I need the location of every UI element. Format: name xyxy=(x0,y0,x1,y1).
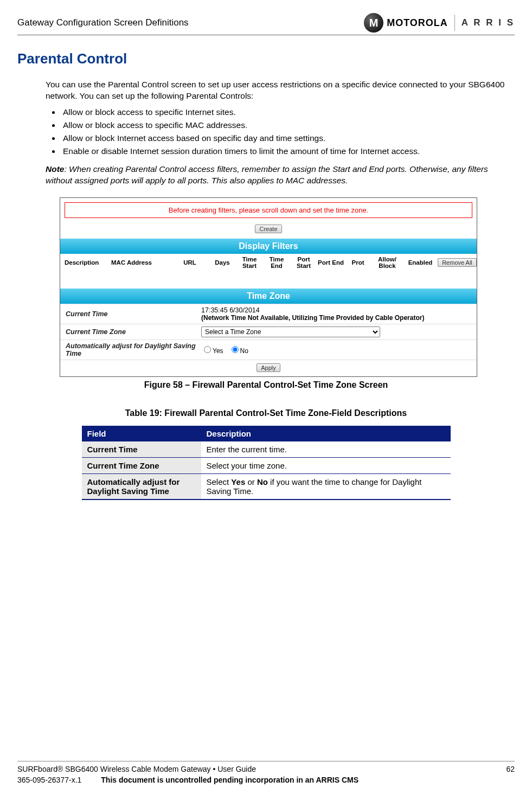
col-enabled: Enabled xyxy=(403,259,438,266)
logo-divider xyxy=(454,15,455,31)
figure-caption: Figure 58 – Firewall Parental Control-Se… xyxy=(17,380,515,390)
intro-paragraph: You can use the Parental Control screen … xyxy=(46,79,515,102)
section-title: Parental Control xyxy=(17,50,515,67)
table-row: Current Time Enter the current time. xyxy=(82,441,451,458)
col-prot: Prot xyxy=(344,259,371,266)
note-lead: Note xyxy=(46,164,64,174)
bullet-item: Enable or disable Internet session durat… xyxy=(61,146,515,156)
feature-bullets: Allow or block access to specific Intern… xyxy=(46,107,515,156)
dst-no-option[interactable]: No xyxy=(229,347,248,355)
brand-logos: M MOTOROLA A R R I S xyxy=(364,13,515,33)
embedded-screenshot: Before creating filters, please scroll d… xyxy=(60,197,477,377)
chapter-title: Gateway Configuration Screen Definitions xyxy=(17,17,189,28)
field-cell: Current Time xyxy=(82,441,201,458)
network-time-note: (Network Time Not Available, Utilizing T… xyxy=(201,314,424,322)
note-paragraph: Note: When creating Parental Control acc… xyxy=(46,164,515,187)
bullet-item: Allow or block Internet access based on … xyxy=(61,133,515,143)
time-zone-form: Current Time 17:35:45 6/30/2014 (Network… xyxy=(60,304,477,376)
note-body: : When creating Parental Control access … xyxy=(46,164,488,185)
timezone-warning-banner: Before creating filters, please scroll d… xyxy=(65,202,472,218)
table-row: Automatically adjust for Daylight Saving… xyxy=(82,473,451,500)
footer-guide-title: SURFboard® SBG6400 Wireless Cable Modem … xyxy=(17,765,256,773)
col-time-start: Time Start xyxy=(236,256,263,269)
col-allow-block: Allow/ Block xyxy=(371,256,403,269)
col-mac-address: MAC Address xyxy=(111,259,171,266)
col-port-start: Port Start xyxy=(290,256,317,269)
page-number: 62 xyxy=(506,765,515,773)
filters-column-headers: Description MAC Address URL Days Time St… xyxy=(60,254,477,289)
motorola-batwing-icon: M xyxy=(364,13,383,33)
current-time-row: Current Time 17:35:45 6/30/2014 (Network… xyxy=(60,304,477,324)
desc-cell: Select your time zone. xyxy=(201,457,451,473)
create-row: Create xyxy=(60,222,477,239)
display-filters-bar: Display Filters xyxy=(60,239,477,254)
desc-cell: Enter the current time. xyxy=(201,441,451,458)
timezone-select[interactable]: Select a Time Zone xyxy=(201,326,380,337)
table-row: Current Time Zone Select your time zone. xyxy=(82,457,451,473)
table-caption: Table 19: Firewall Parental Control-Set … xyxy=(17,408,515,418)
field-description-table: Field Description Current Time Enter the… xyxy=(82,426,451,500)
bullet-item: Allow or block access to specific MAC ad… xyxy=(61,120,515,130)
dst-yes-option[interactable]: Yes xyxy=(201,347,223,355)
motorola-wordmark: MOTOROLA xyxy=(387,17,448,29)
current-tz-row: Current Time Zone Select a Time Zone xyxy=(60,324,477,340)
bullet-item: Allow or block access to specific Intern… xyxy=(61,107,515,117)
current-tz-label: Current Time Zone xyxy=(66,328,201,336)
th-description: Description xyxy=(201,426,451,441)
col-url: URL xyxy=(171,259,209,266)
remove-all-button[interactable]: Remove All xyxy=(438,258,477,267)
col-port-end: Port End xyxy=(317,259,344,266)
desc-cell: Select Yes or No if you want the time to… xyxy=(201,473,451,500)
page-footer: SURFboard® SBG6400 Wireless Cable Modem … xyxy=(17,761,515,784)
current-time-value: 17:35:45 6/30/2014 xyxy=(201,306,260,314)
field-cell: Current Time Zone xyxy=(82,457,201,473)
dst-label: Automatically adjust for Daylight Saving… xyxy=(66,342,201,357)
th-field: Field xyxy=(82,426,201,441)
col-days: Days xyxy=(209,259,236,266)
create-button[interactable]: Create xyxy=(255,225,281,233)
page-header: Gateway Configuration Screen Definitions… xyxy=(17,13,515,35)
footer-uncontrolled-notice: This document is uncontrolled pending in… xyxy=(101,776,358,784)
time-zone-bar: Time Zone xyxy=(60,289,477,304)
dst-yes-radio[interactable] xyxy=(204,346,211,353)
current-time-label: Current Time xyxy=(66,310,201,318)
arris-wordmark: A R R I S xyxy=(462,17,515,28)
col-time-end: Time End xyxy=(263,256,290,269)
col-remove: Remove All xyxy=(438,258,477,267)
field-cell: Automatically adjust for Daylight Saving… xyxy=(82,473,201,500)
dst-row: Automatically adjust for Daylight Saving… xyxy=(60,340,477,360)
dst-no-radio[interactable] xyxy=(232,346,239,353)
table-header-row: Field Description xyxy=(82,426,451,441)
apply-button[interactable]: Apply xyxy=(257,363,280,372)
col-description: Description xyxy=(65,259,111,266)
footer-doc-number: 365-095-26377-x.1 xyxy=(17,776,81,784)
